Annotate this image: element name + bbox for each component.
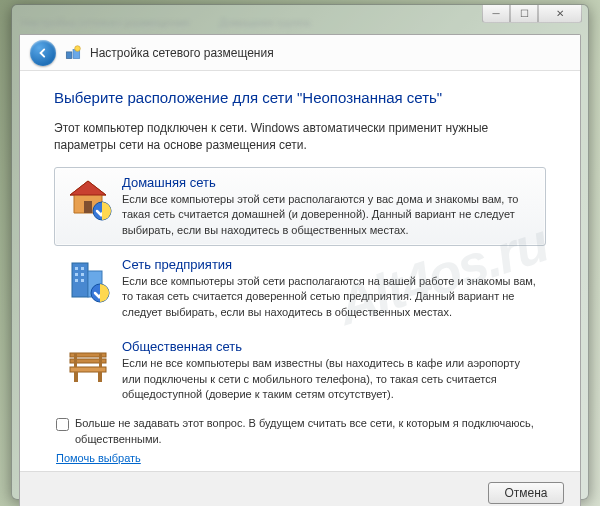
dialog-window: Настройка сетевого размещения Домашняя г… [11, 4, 589, 500]
svg-rect-0 [66, 51, 72, 58]
titlebar-blur-text: Настройка сетевого размещения Домашняя г… [21, 17, 310, 29]
option-home-network[interactable]: Домашняя сеть Если все компьютеры этой с… [54, 167, 546, 246]
minimize-button[interactable]: ─ [482, 5, 510, 23]
svg-rect-11 [75, 279, 78, 282]
back-button[interactable] [30, 40, 56, 66]
dialog-header: Настройка сетевого размещения [20, 35, 580, 71]
svg-rect-8 [81, 267, 84, 270]
bench-icon [64, 339, 112, 387]
remember-choice-row: Больше не задавать этот вопрос. В будуще… [56, 416, 546, 447]
svg-rect-10 [81, 273, 84, 276]
dialog-footer: Отмена [20, 471, 580, 506]
network-location-icon [64, 44, 82, 62]
option-public-network[interactable]: Общественная сеть Если не все компьютеры… [54, 331, 546, 410]
option-title: Домашняя сеть [122, 175, 536, 190]
svg-rect-7 [75, 267, 78, 270]
svg-rect-12 [81, 279, 84, 282]
dialog-title: Настройка сетевого размещения [90, 46, 274, 60]
dialog-inner: Настройка сетевого размещения Alt4os.ru … [19, 34, 581, 506]
dialog-content: Alt4os.ru Выберите расположение для сети… [20, 71, 580, 471]
svg-rect-9 [75, 273, 78, 276]
maximize-button[interactable]: ☐ [510, 5, 538, 23]
svg-point-2 [75, 45, 81, 51]
remember-checkbox[interactable] [56, 418, 69, 431]
option-title: Сеть предприятия [122, 257, 536, 272]
page-heading: Выберите расположение для сети "Неопозна… [54, 89, 546, 106]
cancel-button[interactable]: Отмена [488, 482, 564, 504]
option-work-network[interactable]: Сеть предприятия Если все компьютеры это… [54, 249, 546, 328]
intro-text: Этот компьютер подключен к сети. Windows… [54, 120, 546, 155]
svg-rect-18 [98, 372, 102, 382]
svg-rect-17 [74, 372, 78, 382]
svg-rect-3 [84, 201, 92, 213]
svg-rect-19 [74, 353, 77, 367]
window-titlebar: Настройка сетевого размещения Домашняя г… [19, 12, 581, 34]
option-desc: Если все компьютеры этой сети располагаю… [122, 192, 536, 238]
close-button[interactable]: ✕ [538, 5, 582, 23]
option-desc: Если не все компьютеры вам известны (вы … [122, 356, 536, 402]
remember-label[interactable]: Больше не задавать этот вопрос. В будуще… [75, 416, 546, 447]
help-choose-link[interactable]: Помочь выбрать [56, 452, 141, 464]
option-desc: Если все компьютеры этой сети располагаю… [122, 274, 536, 320]
svg-rect-5 [72, 263, 88, 297]
svg-rect-16 [70, 367, 106, 372]
svg-rect-20 [99, 353, 102, 367]
home-icon [64, 175, 112, 223]
office-icon [64, 257, 112, 305]
option-title: Общественная сеть [122, 339, 536, 354]
